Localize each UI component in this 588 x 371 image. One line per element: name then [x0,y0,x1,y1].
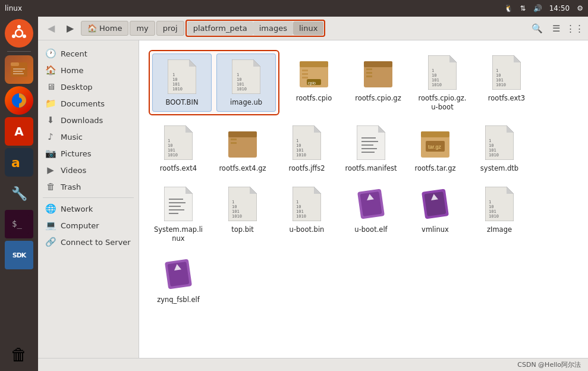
breadcrumb-images[interactable]: images [253,21,293,35]
file-icon-top-bit: 1 10 101 1010 [226,185,259,223]
file-item-zynq-fsbl-elf[interactable]: zynq_fsbl.elf [149,251,208,308]
sidebar-item-trash[interactable]: 🗑 Trash [38,178,139,195]
svg-point-2 [17,25,21,29]
svg-point-4 [12,34,15,38]
sidebar-item-connect[interactable]: 🔗 Connect to Server [38,234,139,250]
sidebar-item-home[interactable]: 🏠 Home [38,62,139,78]
file-item-rootfs-ext4[interactable]: 1 10 101 1010 rootfs.ext4 [149,120,208,177]
settings-icon[interactable]: ⚙ [577,4,583,12]
sidebar-places: 🕐 Recent 🏠 Home 🖥 Desktop 📁 Documents [38,45,139,195]
svg-text:1010: 1010 [296,214,306,219]
svg-text:1010: 1010 [489,214,499,219]
file-item-u-boot-elf[interactable]: u-boot.elf [341,181,401,247]
svg-rect-75 [421,131,449,137]
breadcrumb-home[interactable]: 🏠 Home [81,21,128,36]
svg-text:101: 101 [296,148,304,153]
file-name-rootfs-ext4-gz: rootfs.ext4.gz [219,164,266,173]
back-button[interactable]: ◀ [43,20,59,37]
toolbar-right: 🔍 ☰ ⋮⋮ [529,20,583,37]
launcher-sdk[interactable]: SDK [5,241,33,269]
file-item-boot-bin[interactable]: 1 10 101 1010 BOOT.BIN [152,54,212,112]
sidebar-item-recent[interactable]: 🕐 Recent [38,45,139,62]
svg-text:10: 10 [489,143,493,148]
file-item-zimage[interactable]: 1 10 101 1010 zImage [470,181,529,247]
home-icon: 🏠 [87,24,97,33]
file-item-system-dtb[interactable]: 1 10 101 1010 system.dtb [470,120,529,177]
file-item-rootfs-ext4-gz[interactable]: rootfs.ext4.gz [213,120,272,177]
sidebar-item-music[interactable]: ♪ Music [38,128,139,145]
search-button[interactable]: 🔍 [529,20,545,37]
breadcrumb-highlighted-group: platform_peta images linux [185,20,326,37]
documents-icon: 📁 [45,98,56,109]
breadcrumb-my[interactable]: my [130,21,155,36]
sidebar-item-desktop[interactable]: 🖥 Desktop [38,78,139,95]
file-item-rootfs-cpio-gz[interactable]: rootfs.cpio.gz [348,50,408,115]
sidebar-item-network[interactable]: 🌐 Network [38,200,139,217]
list-view-button[interactable]: ☰ [548,20,564,37]
sidebar-item-documents[interactable]: 📁 Documents [38,95,139,112]
file-item-top-bit[interactable]: 1 10 101 1010 top.bit [213,181,272,247]
file-item-u-boot-bin[interactable]: 1 10 101 1010 u-boot.bin [277,181,337,247]
file-name-vmlinux: vmlinux [422,225,449,234]
system-bar: linux 🐧 ⇅ 🔊 14:50 ⚙ [0,0,588,17]
breadcrumb-platform-peta[interactable]: platform_peta [187,21,253,35]
svg-text:1010: 1010 [172,87,183,92]
sidebar-item-downloads[interactable]: ⬇ Downloads [38,112,139,128]
launcher-divider1 [7,51,31,52]
file-item-system-map[interactable]: System.map.linux [149,181,208,247]
svg-text:101: 101 [168,148,175,153]
launcher-trash[interactable]: 🗑 [5,340,33,369]
svg-rect-87 [169,202,185,203]
file-icon-zynq-fsbl-elf [162,255,195,293]
svg-rect-37 [366,72,372,74]
launcher-ubuntu[interactable] [5,19,33,48]
launcher-amazon[interactable]: a [5,148,33,177]
system-bar-right: 🐧 ⇅ 🔊 14:50 ⚙ [504,4,583,12]
launcher-wrench[interactable]: 🔧 [5,179,33,207]
launcher-files[interactable] [5,55,33,84]
sidebar-label-home: Home [61,66,83,75]
launcher-terminal[interactable]: $_ [5,210,33,238]
file-icon-system-dtb: 1 10 101 1010 [483,124,516,162]
svg-rect-89 [169,209,184,210]
file-item-image-ub[interactable]: 1 10 101 1010 image.ub [216,54,276,112]
launcher-firefox[interactable] [5,86,33,115]
file-name-rootfs-tar-gz: rootfs.tar.gz [415,164,456,173]
breadcrumb-home-label: Home [99,24,122,33]
volume-icon: 🔊 [533,4,542,12]
file-name-rootfs-ext3: rootfs.ext3 [488,94,525,103]
forward-button[interactable]: ▶ [62,20,78,37]
sidebar-label-connect: Connect to Server [61,238,131,247]
file-icon-boot-bin: 1 10 101 1010 [165,58,199,96]
launcher-font[interactable]: A [5,117,33,146]
svg-marker-98 [314,187,321,194]
breadcrumb-linux[interactable]: linux [293,21,323,35]
desktop-icon: 🖥 [45,81,56,92]
sidebar-item-videos[interactable]: ▶ Videos [38,162,139,178]
file-item-rootfs-cpio-uboot[interactable]: 1 10 101 1010 rootfs.cpio.gz.u-boot [413,50,472,115]
file-item-rootfs-cpio[interactable]: cpio rootfs.cpio [284,50,344,115]
file-icon-rootfs-cpio-gz [361,54,395,92]
grid-view-button[interactable]: ⋮⋮ [567,20,583,37]
file-name-u-boot-bin: u-boot.bin [290,225,325,234]
file-item-vmlinux[interactable]: vmlinux [405,181,465,247]
svg-text:1010: 1010 [237,87,247,92]
sidebar-item-pictures[interactable]: 📷 Pictures [38,145,139,162]
sidebar-label-trash: Trash [61,183,81,191]
svg-rect-31 [302,77,308,78]
file-item-rootfs-jffs2[interactable]: 1 10 101 1010 rootfs.jffs2 [277,120,337,177]
sidebar-item-computer[interactable]: 💻 Computer [38,217,139,234]
breadcrumb-proj[interactable]: proj [156,21,184,36]
svg-text:101: 101 [232,209,240,214]
svg-text:101: 101 [489,148,496,153]
file-item-rootfs-tar-gz[interactable]: tar.gz rootfs.tar.gz [405,120,465,177]
trash-nav-icon: 🗑 [45,181,56,192]
svg-rect-70 [361,141,378,142]
svg-rect-59 [231,139,237,140]
svg-text:101: 101 [489,209,496,214]
connect-icon: 🔗 [45,237,56,247]
file-item-rootfs-manifest[interactable]: rootfs.manifest [341,120,401,177]
file-item-rootfs-ext3[interactable]: 1 10 101 1010 rootfs.ext3 [477,50,536,115]
svg-rect-8 [13,71,23,72]
file-icon-zimage: 1 10 101 1010 [483,185,516,223]
